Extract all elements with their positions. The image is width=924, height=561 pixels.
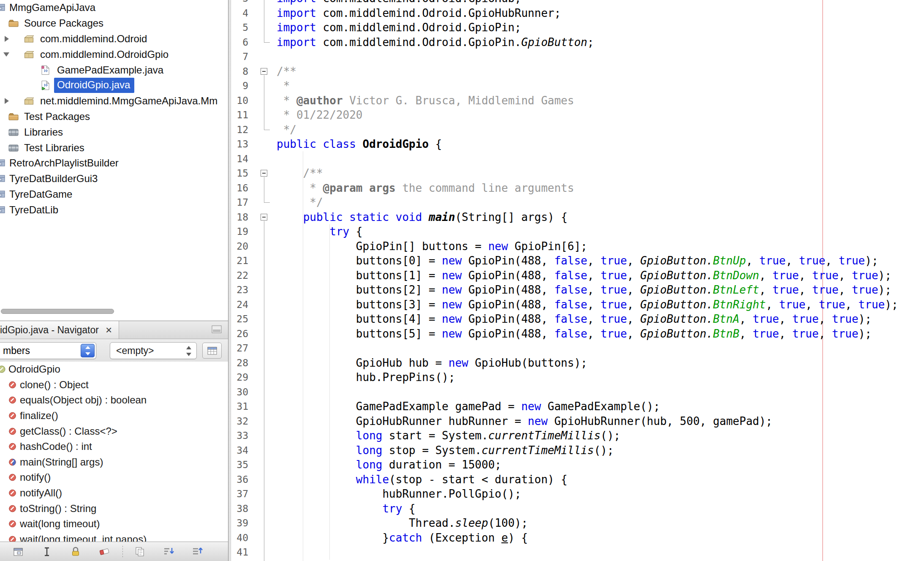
line-number[interactable]: 19 [231, 224, 252, 239]
tree-item-libraries[interactable]: Libraries [0, 124, 228, 140]
sort-by-name-button[interactable] [162, 545, 176, 558]
tree-item-gamepadexample-java[interactable]: GamePadExample.java [0, 62, 228, 78]
line-number[interactable]: 10 [231, 93, 252, 108]
member-item-clone-object[interactable]: clone() : Object [0, 377, 228, 393]
line-number[interactable]: 24 [231, 297, 252, 312]
code-line-17[interactable]: 17 */ [231, 195, 898, 210]
line-number[interactable]: 12 [231, 123, 252, 137]
member-item-tostring-string[interactable]: toString() : String [0, 501, 228, 516]
members-view-combo[interactable]: mbers [0, 342, 96, 359]
line-number[interactable]: 37 [231, 487, 252, 501]
combo-chevrons-icon[interactable] [185, 346, 192, 357]
code-line-22[interactable]: 22 buttons[1] = new GpioPin(488, false, … [231, 268, 898, 283]
line-number[interactable]: 20 [231, 239, 252, 254]
minimize-window-button[interactable] [211, 324, 222, 335]
code-line-35[interactable]: 35 long duration = 15000; [231, 458, 898, 472]
fold-collapse-icon[interactable] [261, 170, 267, 177]
tree-item-mmggameapijava[interactable]: MmgGameApiJava [0, 0, 228, 16]
line-number[interactable]: 4 [231, 6, 252, 21]
tree-item-odroidgpio-java[interactable]: OdroidGpio.java [0, 78, 228, 93]
line-number[interactable]: 8 [231, 64, 252, 79]
tree-item-tyredatgame[interactable]: TyreDatGame [0, 187, 228, 202]
code-line-31[interactable]: 31 GamePadExample gamePad = new GamePadE… [231, 399, 898, 414]
code-line-12[interactable]: 12 */ [231, 123, 898, 137]
combo-stepper-icon[interactable] [81, 344, 95, 357]
expand-arrow-icon[interactable] [5, 36, 9, 42]
show-non-public-button[interactable] [97, 545, 111, 558]
filter-combo[interactable]: <empty> [110, 342, 197, 359]
tree-item-tyredatbuildergui3[interactable]: TyreDatBuilderGui3 [0, 171, 228, 187]
code-line-29[interactable]: 29 hub.PrepPins(); [231, 370, 898, 385]
member-item-odroidgpio[interactable]: OdroidGpio [0, 362, 228, 377]
code-line-19[interactable]: 19 try { [231, 224, 898, 239]
code-line-41[interactable]: 41 [231, 545, 898, 560]
line-number[interactable]: 32 [231, 414, 252, 429]
line-number[interactable]: 28 [231, 356, 252, 370]
line-number[interactable]: 9 [231, 79, 252, 93]
line-number[interactable]: 40 [231, 531, 252, 545]
expand-all-button[interactable] [133, 545, 147, 558]
tree-item-tyredatlib[interactable]: TyreDatLib [0, 202, 228, 218]
code-line-7[interactable]: 7 [231, 49, 898, 64]
member-item-notify[interactable]: notify() [0, 470, 228, 485]
collapse-arrow-icon[interactable] [3, 52, 9, 57]
line-number[interactable]: 41 [231, 545, 252, 560]
code-line-28[interactable]: 28 GpioHub hub = new GpioHub(buttons); [231, 356, 898, 370]
tree-item-test-packages[interactable]: Test Packages [0, 109, 228, 125]
line-number[interactable]: 11 [231, 108, 252, 123]
code-line-42[interactable]: 42 } [231, 560, 898, 561]
line-number[interactable]: 23 [231, 283, 252, 297]
line-number[interactable]: 16 [231, 181, 252, 196]
fold-margin[interactable] [252, 166, 277, 181]
fold-collapse-icon[interactable] [261, 68, 267, 75]
member-item-equals-object-obj-boolean[interactable]: equals(Object obj) : boolean [0, 392, 228, 408]
tree-item-net-middlemind-mmggameapijava-mm[interactable]: net.middlemind.MmgGameApiJava.Mm [0, 93, 228, 109]
line-number[interactable]: 33 [231, 428, 252, 443]
line-number[interactable]: 35 [231, 458, 252, 472]
member-item-finalize[interactable]: finalize() [0, 408, 228, 424]
fold-margin[interactable] [252, 64, 277, 79]
code-line-25[interactable]: 25 buttons[4] = new GpioPin(488, false, … [231, 312, 898, 327]
member-item-notifyall[interactable]: notifyAll() [0, 485, 228, 501]
close-icon[interactable]: × [106, 324, 112, 335]
code-line-37[interactable]: 37 hubRunner.PollGpio(); [231, 487, 898, 501]
tree-item-retroarchplaylistbuilder[interactable]: RetroArchPlaylistBuilder [0, 155, 228, 171]
line-number[interactable]: 3 [231, 0, 252, 6]
code-line-40[interactable]: 40 }catch (Exception e) { [231, 531, 898, 545]
code-line-34[interactable]: 34 long stop = System.currentTimeMillis(… [231, 443, 898, 458]
code-line-20[interactable]: 20 GpioPin[] buttons = new GpioPin[6]; [231, 239, 898, 254]
line-number[interactable]: 6 [231, 35, 252, 50]
show-inherited-button[interactable] [11, 545, 25, 558]
tree-item-test-libraries[interactable]: Test Libraries [0, 140, 228, 155]
code-line-39[interactable]: 39 Thread.sleep(100); [231, 516, 898, 531]
line-number[interactable]: 42 [231, 560, 252, 561]
code-line-24[interactable]: 24 buttons[3] = new GpioPin(488, false, … [231, 297, 898, 312]
show-static-button[interactable] [68, 545, 83, 558]
code-editor[interactable]: 3import com.middlemind.Odroid.GpioHub;4i… [231, 0, 924, 561]
line-number[interactable]: 36 [231, 472, 252, 487]
tree-item-source-packages[interactable]: Source Packages [0, 16, 228, 31]
code-line-9[interactable]: 9 * [231, 79, 898, 93]
code-line-16[interactable]: 16 * @param args the command line argume… [231, 181, 898, 196]
code-line-21[interactable]: 21 buttons[0] = new GpioPin(488, false, … [231, 253, 898, 268]
navigator-tab[interactable]: idGpio.java - Navigator × [0, 321, 119, 339]
member-item-hashcode-int[interactable]: hashCode() : int [0, 439, 228, 455]
member-item-main-string-args[interactable]: main(String[] args) [0, 455, 228, 470]
code-line-6[interactable]: 6import com.middlemind.Odroid.GpioPin.Gp… [231, 35, 898, 50]
code-line-14[interactable]: 14 [231, 152, 898, 166]
line-number[interactable]: 17 [231, 195, 252, 210]
sort-by-source-button[interactable] [190, 545, 205, 558]
line-number[interactable]: 7 [231, 49, 252, 64]
code-line-3[interactable]: 3import com.middlemind.Odroid.GpioHub; [231, 0, 898, 6]
fold-margin[interactable] [252, 210, 277, 225]
member-item-getclass-class[interactable]: getClass() : Class<?> [0, 423, 228, 439]
code-line-27[interactable]: 27 [231, 341, 898, 356]
filters-table-button[interactable] [202, 343, 222, 359]
code-line-36[interactable]: 36 while(stop - start < duration) { [231, 472, 898, 487]
code-line-32[interactable]: 32 GpioHubRunner hubRunner = new GpioHub… [231, 414, 898, 429]
tree-item-com-middlemind-odroid[interactable]: com.middlemind.Odroid [0, 31, 228, 47]
line-number[interactable]: 29 [231, 370, 252, 385]
line-number[interactable]: 13 [231, 137, 252, 152]
panel-splitter[interactable] [228, 0, 231, 561]
expand-arrow-icon[interactable] [5, 98, 9, 104]
